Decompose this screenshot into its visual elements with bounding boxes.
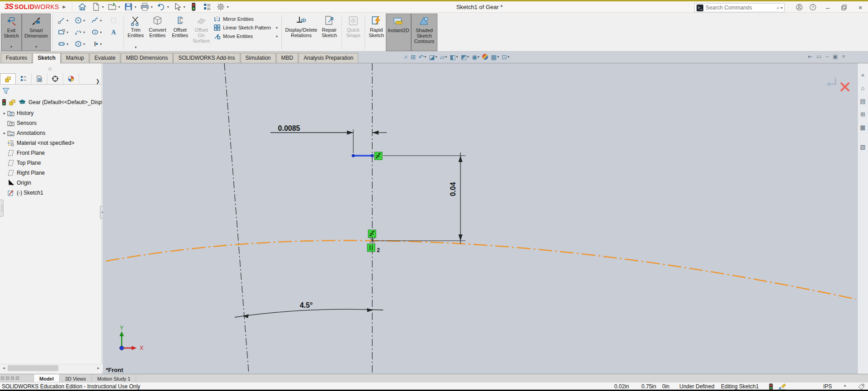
options-caret-icon[interactable]: ▾ (227, 5, 228, 9)
doc-window-icon[interactable]: ▭ (816, 53, 821, 60)
pin-commandmanager-icon[interactable]: ⇤ (808, 53, 812, 60)
cancel-sketch-icon[interactable] (841, 83, 849, 91)
relation-badge-perpendicular[interactable] (375, 152, 382, 160)
line-tool-button[interactable]: ▾ (55, 17, 71, 24)
restore-button[interactable] (839, 4, 849, 12)
select-button[interactable]: ▾ (171, 1, 186, 13)
edit-appearance-icon[interactable] (482, 54, 488, 60)
offset-entities-button[interactable]: Offset Entities (169, 14, 191, 51)
save-button[interactable]: ▾ (122, 1, 138, 13)
dim-width-text[interactable]: 0.0085 (278, 124, 300, 132)
print-caret-icon[interactable]: ▾ (151, 5, 152, 9)
text-tool-button[interactable]: A (105, 29, 122, 36)
graphics-viewport[interactable]: 0.0085 0.04 2 (103, 63, 857, 374)
tab-sketch[interactable]: Sketch (33, 53, 60, 63)
search-input[interactable] (706, 5, 777, 11)
doc-restore-icon[interactable]: ▣ (833, 53, 838, 60)
tree-item-sensors[interactable]: Sensors (7, 119, 37, 128)
save-caret-icon[interactable]: ▾ (134, 5, 136, 9)
tab-motion-study-1[interactable]: Motion Study 1 (92, 374, 136, 382)
solidworks-resources-icon[interactable]: ⌂ (861, 85, 865, 91)
new-document-button[interactable]: ▾ (90, 1, 105, 13)
custom-properties-icon[interactable]: ▧ (860, 143, 865, 150)
tab-simulation[interactable]: Simulation (241, 53, 276, 63)
dim-angle-text[interactable]: 4.5° (300, 301, 313, 309)
slot-tool-button[interactable]: ▾ (55, 40, 71, 48)
zoom-to-area-icon[interactable]: ⊞ (411, 53, 416, 61)
scroll-right-icon[interactable]: ▸ (95, 364, 102, 372)
polygon-tool-button[interactable]: ▾ (71, 40, 88, 48)
point-tool-button[interactable]: ▾ (88, 40, 105, 48)
convert-entities-button[interactable]: Convert Entities (146, 14, 169, 51)
open-button[interactable]: ▾ (106, 1, 121, 13)
scrollbar-thumb[interactable] (8, 365, 58, 371)
panel-horizontal-scrollbar[interactable]: ◂ ▸ (0, 364, 102, 372)
arc-tool-button[interactable]: ▾ (71, 29, 88, 36)
tab-mbd[interactable]: MBD (276, 53, 299, 63)
exit-sketch-confirm-icon[interactable] (826, 82, 830, 86)
hide-show-items-icon[interactable]: ◉▾ (472, 53, 479, 61)
view-palette-icon[interactable]: ▦ (860, 124, 865, 131)
trim-entities-button[interactable]: Trim Entities▾ (126, 14, 146, 51)
logo-expand-icon[interactable]: ▶ (62, 5, 66, 9)
tab-markup[interactable]: Markup (61, 53, 89, 63)
undo-button[interactable]: ▾ (155, 1, 170, 13)
doc-minimize-icon[interactable]: – (825, 53, 829, 60)
move-entities-button[interactable]: Move Entities▾ (213, 33, 278, 40)
sketch-endpoint[interactable] (371, 154, 374, 157)
tab-scroll-icon[interactable] (16, 377, 19, 380)
tab-scroll-icon[interactable] (1, 377, 4, 380)
repair-sketch-button[interactable]: Repair Sketch (319, 14, 340, 51)
relation-badge-vertical[interactable]: 2 (367, 244, 380, 253)
minimize-button[interactable]: – (823, 4, 833, 11)
tree-item-top-plane[interactable]: Top Plane (7, 158, 41, 167)
tree-item-sketch1[interactable]: (-) Sketch1 (7, 188, 43, 197)
design-library-icon[interactable]: ▤ (860, 98, 865, 105)
display-delete-relations-button[interactable]: Display/Delete Relations (284, 14, 319, 51)
search-icon[interactable]: ⌕ (777, 4, 780, 11)
apply-scene-icon[interactable]: ▦▾ (491, 53, 499, 61)
exit-sketch-caret-icon[interactable]: ▾ (10, 44, 12, 51)
zoom-to-fit-icon[interactable]: ⌕ (404, 53, 408, 61)
tree-item-origin[interactable]: Origin (7, 178, 31, 187)
rectangle-tool-button[interactable]: ▾ (55, 29, 71, 36)
rebuild-button[interactable] (187, 1, 200, 13)
dynamic-annotation-views-icon[interactable]: ▱▾ (440, 53, 447, 61)
units-caret-icon[interactable]: ▴ (844, 383, 846, 387)
scroll-left-icon[interactable]: ◂ (0, 364, 8, 372)
doc-close-icon[interactable]: × (842, 53, 845, 60)
tree-item-right-plane[interactable]: Right Plane (7, 168, 45, 177)
tree-item-material[interactable]: Material <not specified> (7, 138, 74, 148)
section-view-icon[interactable]: ◪▾ (429, 53, 437, 61)
instant2d-button[interactable]: Instant2D (386, 14, 411, 51)
account-icon[interactable] (796, 4, 803, 12)
linear-pattern-caret-icon[interactable]: ▾ (276, 26, 278, 30)
tree-item-annotations[interactable]: ▸AAnnotations (2, 129, 45, 138)
rapid-sketch-button[interactable]: Rapid Sketch (367, 14, 386, 51)
angle-dim-arc[interactable] (235, 309, 383, 317)
relation-badge-intersection[interactable] (368, 230, 376, 238)
dim-height-text[interactable]: 0.04 (449, 182, 457, 196)
shaded-sketch-contours-button[interactable]: Shaded Sketch Contours (411, 14, 437, 51)
home-button[interactable] (76, 1, 89, 13)
expand-arrow-icon[interactable]: ▸ (2, 111, 7, 115)
display-settings-button[interactable] (201, 1, 213, 13)
left-centerline[interactable] (224, 63, 249, 374)
search-commands-box[interactable]: >_ ⌕ ▾ (694, 3, 785, 12)
panel-drag-grip[interactable] (0, 200, 4, 217)
linear-sketch-pattern-button[interactable]: Linear Sketch Pattern▾ (213, 24, 278, 31)
tree-item-history[interactable]: ▸History (2, 109, 33, 118)
tab-evaluate[interactable]: Evaluate (90, 53, 121, 63)
ellipse-tool-button[interactable]: ▾ (88, 29, 105, 36)
close-button[interactable]: × (855, 4, 865, 11)
view-orientation-icon[interactable]: ◧▾ (450, 53, 458, 61)
tab-mbd-dimensions[interactable]: MBD Dimensions (121, 53, 173, 63)
options-button[interactable]: ▾ (214, 1, 230, 13)
undo-caret-icon[interactable]: ▾ (167, 5, 169, 9)
circle-tool-button[interactable]: ▾ (71, 17, 88, 24)
view-settings-icon[interactable]: ⊡▾ (502, 53, 509, 61)
smart-dimension-button[interactable]: Smart Dimension▾ (22, 14, 51, 51)
display-style-icon[interactable]: ◩▾ (461, 53, 469, 61)
expand-arrow-icon[interactable]: ▸ (2, 131, 7, 135)
help-icon[interactable]: ? (809, 4, 816, 12)
